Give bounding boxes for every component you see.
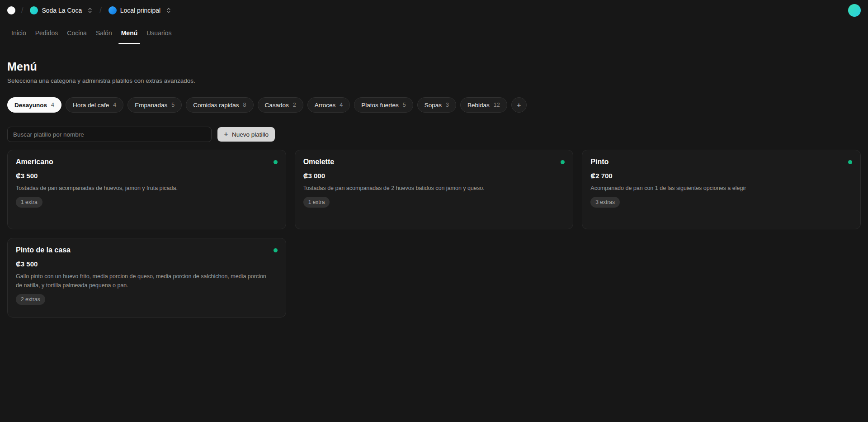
tab-inicio[interactable]: Inicio — [7, 21, 31, 45]
category-chip[interactable]: Sopas 3 — [417, 97, 456, 113]
location-selector[interactable]: Local principal — [108, 5, 173, 16]
extras-badge: 1 extra — [16, 197, 42, 208]
dish-description: Tostadas de pan acompanadas de 2 huevos … — [303, 184, 557, 193]
category-chip-count: 5 — [403, 102, 406, 108]
dish-card[interactable]: Pinto ₡2 700 Acompanado de pan con 1 de … — [582, 150, 861, 229]
category-chip-label: Sopas — [425, 102, 442, 109]
nav-tab-label: Menú — [121, 29, 138, 37]
add-category-button[interactable]: + — [511, 97, 527, 113]
chevron-updown-icon — [87, 7, 93, 14]
category-chip[interactable]: Bebidas 12 — [460, 97, 507, 113]
tab-usuarios[interactable]: Usuarios — [142, 21, 176, 45]
dish-description: Gallo pinto con un huevo frito, media po… — [16, 272, 269, 290]
dish-price: ₡3 500 — [16, 172, 278, 180]
user-avatar[interactable] — [848, 4, 861, 17]
category-chip-label: Desayunos — [14, 102, 47, 109]
category-chip-label: Platos fuertes — [361, 102, 399, 109]
tab-pedidos[interactable]: Pedidos — [31, 21, 63, 45]
location-avatar — [108, 6, 117, 14]
dish-description: Tostadas de pan acompanadas de huevos, j… — [16, 184, 269, 193]
category-chip-count: 4 — [113, 102, 116, 108]
extras-badge: 2 extras — [16, 294, 45, 305]
category-chip-count: 3 — [446, 102, 449, 108]
category-chip-count: 2 — [293, 102, 296, 108]
category-chip[interactable]: Desayunos 4 — [7, 97, 61, 113]
category-chips: Desayunos 4 Hora del cafe 4 Empanadas 5 … — [7, 97, 861, 113]
chevron-updown-icon — [166, 7, 171, 14]
dish-name: Pinto — [590, 158, 609, 166]
active-status-dot — [274, 160, 278, 164]
dish-name: Pinto de la casa — [16, 246, 71, 254]
breadcrumb: / Soda La Coca / Local principal — [7, 5, 172, 16]
category-chip-count: 4 — [51, 102, 54, 108]
dish-price: ₡3 500 — [16, 260, 278, 268]
category-chip[interactable]: Arroces 4 — [307, 97, 350, 113]
extras-badge: 1 extra — [303, 197, 330, 208]
main-nav: Inicio Pedidos Cocina Salón Menú Usuario… — [0, 21, 868, 45]
dish-price: ₡3 000 — [303, 172, 565, 180]
active-status-dot — [274, 248, 278, 252]
main-content: Menú Selecciona una categoria y administ… — [0, 60, 868, 318]
category-chip[interactable]: Platos fuertes 5 — [354, 97, 413, 113]
dish-name: Omelette — [303, 158, 334, 166]
dish-card[interactable]: Americano ₡3 500 Tostadas de pan acompan… — [7, 150, 286, 229]
nav-tab-label: Salón — [96, 29, 112, 37]
tab-cocina[interactable]: Cocina — [62, 21, 91, 45]
new-dish-button[interactable]: + Nuevo platillo — [217, 127, 275, 142]
dish-toolbar: + Nuevo platillo — [7, 127, 861, 142]
nav-tab-label: Cocina — [67, 29, 87, 37]
org-avatar — [30, 6, 38, 14]
active-status-dot — [848, 160, 852, 164]
dish-description: Acompanado de pan con 1 de las siguiente… — [590, 184, 844, 193]
nav-tab-label: Usuarios — [146, 29, 171, 37]
nav-tab-label: Pedidos — [35, 29, 58, 37]
dish-price: ₡2 700 — [590, 172, 852, 180]
tab-salon[interactable]: Salón — [91, 21, 117, 45]
category-chip-count: 8 — [243, 102, 246, 108]
org-selector[interactable]: Soda La Coca — [29, 5, 94, 16]
category-chip[interactable]: Empanadas 5 — [127, 97, 182, 113]
new-dish-button-label: Nuevo platillo — [232, 131, 269, 138]
location-name: Local principal — [120, 7, 161, 14]
category-chip-count: 5 — [171, 102, 175, 108]
app-logo[interactable] — [7, 6, 15, 14]
search-input[interactable] — [7, 127, 212, 142]
category-chip-label: Casados — [265, 102, 289, 109]
dish-grid: Americano ₡3 500 Tostadas de pan acompan… — [7, 150, 861, 318]
plus-icon: + — [224, 130, 228, 138]
dish-name: Americano — [16, 158, 53, 166]
nav-tab-label: Inicio — [11, 29, 26, 37]
category-chip-count: 4 — [340, 102, 343, 108]
topbar: / Soda La Coca / Local principal — [0, 0, 868, 21]
category-chip-count: 12 — [494, 102, 500, 108]
extras-badge: 3 extras — [590, 197, 620, 208]
category-chip-label: Bebidas — [467, 102, 490, 109]
category-chip-label: Hora del cafe — [73, 102, 109, 109]
category-chip-label: Arroces — [315, 102, 336, 109]
dish-card[interactable]: Omelette ₡3 000 Tostadas de pan acompana… — [295, 150, 574, 229]
dish-card[interactable]: Pinto de la casa ₡3 500 Gallo pinto con … — [7, 238, 286, 318]
page-subtitle: Selecciona una categoria y administra pl… — [7, 77, 861, 84]
page-title: Menú — [7, 60, 861, 73]
tab-menu[interactable]: Menú — [117, 21, 142, 45]
category-chip[interactable]: Casados 2 — [258, 97, 303, 113]
category-chip[interactable]: Hora del cafe 4 — [66, 97, 123, 113]
breadcrumb-separator: / — [20, 6, 24, 14]
category-chip-label: Empanadas — [135, 102, 167, 109]
category-chip-label: Comidas rapidas — [193, 102, 239, 109]
category-chip[interactable]: Comidas rapidas 8 — [186, 97, 253, 113]
breadcrumb-separator: / — [98, 6, 103, 14]
active-status-dot — [561, 160, 565, 164]
org-name: Soda La Coca — [42, 7, 82, 14]
